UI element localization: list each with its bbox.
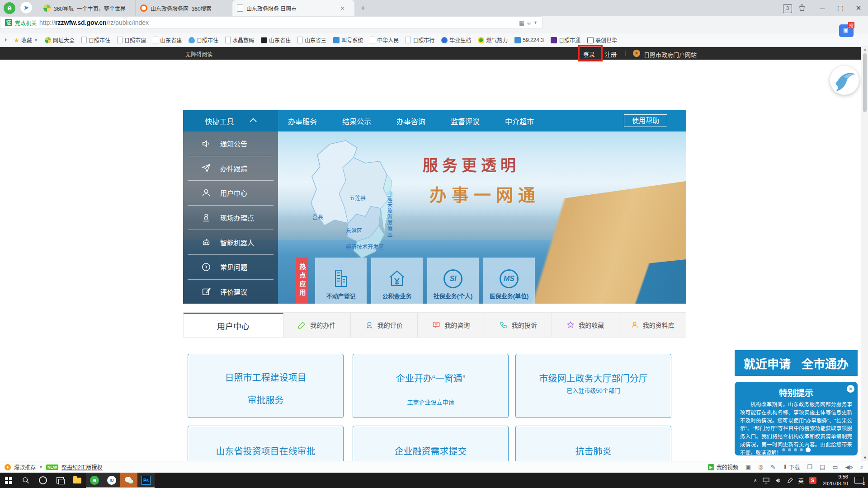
- sidebar-item-user-center[interactable]: 用户中心: [188, 181, 274, 206]
- card-construction-approval[interactable]: 日照市工程建设项目 审批服务: [188, 354, 344, 418]
- new-tab-button[interactable]: +: [361, 4, 365, 13]
- promo-link[interactable]: 整蛊纪2正版授权: [61, 463, 103, 471]
- district-label-kaifaqu[interactable]: 经济技术开发区: [346, 243, 384, 250]
- bookmark-item[interactable]: 日照市建: [117, 36, 146, 44]
- dot[interactable]: [800, 448, 803, 451]
- compass-icon[interactable]: ➤: [20, 1, 33, 14]
- scroll-down-icon[interactable]: ▼: [863, 455, 867, 460]
- quick-tools-header[interactable]: 快捷工具: [183, 110, 278, 131]
- taskbar-search-button[interactable]: [17, 473, 34, 488]
- bookmark-item[interactable]: 日照市行: [406, 36, 434, 44]
- cortana-button[interactable]: [34, 473, 52, 488]
- tray-expand-icon[interactable]: ∧: [754, 478, 757, 483]
- my-video-button[interactable]: ▶ 我的视频: [708, 463, 738, 471]
- district-label-wulian[interactable]: 五莲县: [349, 194, 366, 202]
- bookmark-item[interactable]: 中华人民: [370, 36, 399, 44]
- bookmark-item[interactable]: 59.224.3: [514, 37, 544, 43]
- ie-mode-icon[interactable]: ℮: [527, 19, 531, 26]
- tab-my-items[interactable]: 我的办件: [283, 313, 351, 337]
- citywide-button[interactable]: 全市通办: [802, 355, 849, 371]
- clock[interactable]: 9:56 2020-08-10: [823, 474, 848, 487]
- nav-item-agency[interactable]: 中介超市: [505, 116, 534, 127]
- dot[interactable]: [794, 448, 797, 451]
- district-label-donggang[interactable]: 东港区: [346, 226, 362, 234]
- bookmark-item[interactable]: 日照市通: [551, 36, 580, 44]
- tab-active-rizhao[interactable]: 山东政务服务 日照市 ✕: [232, 0, 354, 16]
- bookmark-item[interactable]: 叫号系统: [333, 36, 363, 44]
- app-housing-fund[interactable]: 公积金业务: [371, 258, 423, 304]
- taskbar-wechat[interactable]: [120, 473, 137, 488]
- nav-item-consult[interactable]: 办事咨询: [396, 116, 425, 127]
- tab-my-reviews[interactable]: 我的评价: [351, 313, 418, 337]
- sidebar-item-tracking[interactable]: 办件跟踪: [188, 156, 274, 181]
- network-icon[interactable]: [763, 478, 769, 483]
- favorites-menu[interactable]: ★ 收藏 ▼: [14, 36, 38, 44]
- window-minimize-button[interactable]: ─: [814, 0, 831, 16]
- accessibility-link[interactable]: 无障碍阅读: [185, 50, 212, 58]
- window-split-icon[interactable]: ❒: [807, 464, 812, 470]
- app-medical-insurance[interactable]: MS 医保业务(单位): [483, 258, 535, 304]
- bookmark-item[interactable]: 毕业生档: [441, 36, 471, 44]
- sidebar-item-faq[interactable]: 常见问题: [188, 255, 274, 280]
- pen-icon[interactable]: [787, 478, 793, 483]
- tab-user-center[interactable]: 用户中心: [184, 313, 283, 337]
- window-maximize-button[interactable]: ▢: [832, 0, 849, 16]
- district-label-juxian[interactable]: 莒县: [312, 213, 323, 221]
- zoom-icon[interactable]: ⌕: [860, 464, 863, 471]
- card-dept-halls[interactable]: 市级网上政务大厅部门分厅 已入驻市级50个部门: [515, 354, 671, 418]
- red-packet-widget[interactable]: ▣ 抢: [839, 24, 854, 37]
- scrollbar-thumb[interactable]: [863, 53, 867, 112]
- sidebar-item-service-points[interactable]: 现场办理点: [188, 206, 274, 230]
- url-input[interactable]: 证 党政机关 http://rzzwfw.sd.gov.cn/rz/public…: [0, 16, 542, 29]
- app-real-estate[interactable]: 不动产登记: [315, 258, 367, 304]
- bookmark-item[interactable]: 联创世华: [587, 36, 617, 44]
- tab-my-library[interactable]: 我的资料库: [619, 313, 686, 337]
- sidebar-item-notices[interactable]: 通知公告: [188, 131, 274, 156]
- task-view-button[interactable]: [52, 473, 69, 488]
- page-scrollbar[interactable]: ▲ ▼: [861, 47, 868, 461]
- bookmark-item[interactable]: 山东省建: [153, 36, 182, 44]
- bookmark-item[interactable]: 网址大全: [45, 36, 75, 44]
- sidebar-item-robot[interactable]: 智能机器人: [188, 230, 274, 255]
- sogou-icon[interactable]: S: [809, 477, 816, 484]
- bird-service-widget[interactable]: [830, 66, 859, 95]
- bookmark-item[interactable]: 山东省住: [261, 36, 291, 44]
- bookmark-item[interactable]: 水晶数码: [225, 36, 254, 44]
- volume-icon[interactable]: [775, 478, 782, 483]
- tab-count-badge[interactable]: 3: [783, 4, 792, 13]
- app-social-insurance[interactable]: SI 社保业务(个人): [427, 258, 479, 304]
- bookmark-item[interactable]: 燃气热力: [478, 36, 508, 44]
- qr-grid-icon[interactable]: ▦: [519, 19, 524, 26]
- tab-360-search[interactable]: 山东政务服务网_360搜索: [136, 0, 232, 16]
- portal-link[interactable]: 日照市政府门户网站: [644, 50, 697, 59]
- brush-icon[interactable]: ✎: [770, 464, 775, 470]
- dot[interactable]: [788, 448, 791, 451]
- speaker-icon[interactable]: ◀»: [845, 464, 853, 470]
- bag-icon[interactable]: [798, 4, 806, 11]
- scroll-up-icon[interactable]: ▲: [863, 47, 867, 52]
- nav-item-results[interactable]: 结果公示: [342, 116, 371, 127]
- taskbar-iu-app[interactable]: IU: [103, 473, 120, 488]
- download-button[interactable]: ⬇下载: [783, 463, 800, 471]
- ime-indicator[interactable]: 英: [798, 477, 804, 484]
- nearby-apply-button[interactable]: 就近申请: [744, 355, 791, 371]
- bookmark-item[interactable]: 日照市住: [189, 36, 218, 44]
- notification-center-icon[interactable]: 2: [854, 477, 863, 484]
- plugin-icon[interactable]: ◎: [758, 464, 763, 470]
- file-explorer-button[interactable]: [69, 473, 86, 488]
- tab-my-complaints[interactable]: 我的投诉: [485, 313, 552, 337]
- promo-caret-icon[interactable]: ▼: [39, 465, 43, 469]
- taskbar-360-browser[interactable]: e: [86, 473, 103, 488]
- dot[interactable]: [782, 448, 785, 451]
- dot-active[interactable]: [806, 447, 811, 452]
- nav-item-supervision[interactable]: 监督评议: [451, 116, 480, 127]
- window-close-button[interactable]: ✕: [850, 0, 867, 16]
- help-button[interactable]: 使用帮助: [624, 114, 667, 127]
- browser-360-logo-icon[interactable]: e: [4, 2, 15, 14]
- district-label-shanhaitian[interactable]: 山海天旅游度假区: [386, 190, 393, 237]
- nav-item-services[interactable]: 办事服务: [288, 116, 317, 127]
- bookmark-item[interactable]: 日照市住: [81, 36, 110, 44]
- bookmark-item[interactable]: 山东省三: [297, 36, 326, 44]
- tab-my-consults[interactable]: 我的咨询: [418, 313, 485, 337]
- promo-label[interactable]: 爆款推荐: [14, 463, 36, 471]
